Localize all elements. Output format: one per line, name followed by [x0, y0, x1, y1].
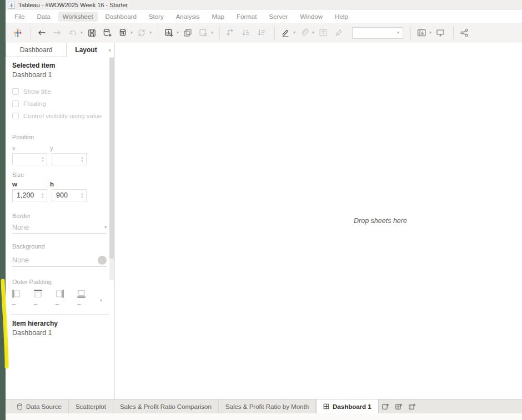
chevron-down-icon[interactable]: ▾ [81, 31, 83, 35]
dashboard-canvas[interactable]: Drop sheets here [115, 43, 522, 399]
stepper-icons[interactable]: ▴▾ [39, 156, 47, 163]
fix-axes-button[interactable] [332, 26, 345, 40]
show-hide-cards-button[interactable] [415, 26, 428, 40]
padding-right-value[interactable]: – [56, 300, 77, 307]
menu-server[interactable]: Server [264, 12, 292, 22]
checkbox-icon[interactable] [12, 88, 19, 95]
redo-icon [52, 28, 62, 38]
outer-padding-heading: Outer Padding [12, 279, 107, 285]
size-w-label: w [12, 181, 34, 188]
checkbox-icon[interactable] [12, 113, 19, 119]
chevron-down-icon[interactable]: ▾ [104, 225, 107, 230]
padding-top-value[interactable]: – [34, 300, 56, 307]
position-y-field[interactable]: ▴▾ [52, 153, 87, 165]
title-bar: Tableau - #WOW2025 Week 16 - Starter [6, 0, 522, 10]
chevron-down-icon[interactable]: ▾ [397, 31, 399, 35]
size-w-input[interactable] [13, 191, 39, 199]
redo-button[interactable] [51, 26, 64, 40]
chevron-down-icon[interactable]: ▾ [177, 31, 179, 35]
menu-analysis[interactable]: Analysis [172, 12, 204, 22]
stepper-icons[interactable]: ▴▾ [78, 192, 86, 199]
background-select[interactable]: None [12, 254, 107, 267]
menu-data[interactable]: Data [33, 12, 55, 22]
sort-ascending-button[interactable] [239, 26, 253, 40]
tab-scatterplot[interactable]: Scatterplot [69, 399, 113, 413]
chevron-down-icon[interactable]: ▾ [312, 31, 314, 35]
collapse-pane-icon[interactable]: ‹ [106, 43, 114, 57]
border-select[interactable]: None ▾ [12, 222, 107, 234]
new-worksheet-tab-button[interactable] [379, 399, 392, 413]
new-dashboard-tab-button[interactable] [392, 399, 405, 413]
chevron-down-icon[interactable]: ▾ [100, 298, 102, 303]
tableau-logo-button[interactable] [11, 26, 24, 40]
padding-bottom-value[interactable]: – [77, 300, 99, 307]
clear-sheet-button[interactable] [197, 26, 210, 40]
tab-data-source[interactable]: Data Source [10, 399, 69, 413]
padding-right-control[interactable]: – [56, 290, 77, 307]
tab-sales-profit-ratio-comparison[interactable]: Sales & Profit Ratio Comparison [113, 399, 219, 413]
menu-worksheet[interactable]: Worksheet [58, 12, 98, 22]
floating-option[interactable]: Floating [12, 98, 107, 110]
padding-left-control[interactable]: – [12, 290, 34, 307]
window-title: Tableau - #WOW2025 Week 16 - Starter [18, 2, 128, 8]
padding-top-control[interactable]: – [34, 290, 56, 307]
replay-animation-button[interactable] [66, 26, 79, 40]
checkbox-label: Floating [23, 100, 46, 107]
scrollbar-thumb[interactable] [109, 58, 114, 259]
padding-bottom-control[interactable]: – [77, 290, 99, 307]
size-h-input[interactable] [52, 191, 78, 199]
chevron-down-icon[interactable]: ▾ [130, 31, 133, 35]
stepper-icons[interactable]: ▴▾ [39, 192, 47, 199]
new-story-tab-button[interactable] [405, 399, 419, 413]
sort-descending-button[interactable] [255, 26, 268, 40]
highlight-button[interactable] [279, 26, 292, 40]
replay-animation-icon [68, 28, 78, 38]
show-mark-labels-button[interactable] [317, 26, 330, 40]
item-hierarchy-row[interactable]: Dashboard 1 [12, 329, 107, 337]
tab-sales-profit-ratio-by-month[interactable]: Sales & Profit Ratio by Month [219, 399, 316, 413]
menu-file[interactable]: File [10, 12, 29, 22]
tab-dashboard-1[interactable]: Dashboard 1 [316, 399, 379, 413]
tab-dashboard[interactable]: Dashboard [6, 43, 67, 57]
size-heading: Size [12, 171, 107, 178]
menu-window[interactable]: Window [295, 12, 327, 22]
padding-left-icon [12, 290, 21, 298]
swap-rows-columns-button[interactable] [224, 26, 237, 40]
size-h-field[interactable]: ▴▾ [52, 189, 87, 201]
menu-story[interactable]: Story [144, 12, 168, 22]
menu-format[interactable]: Format [232, 12, 261, 22]
checkbox-label: Control visibility using value [23, 113, 102, 119]
position-y-input[interactable] [52, 155, 78, 163]
group-members-button[interactable] [298, 26, 311, 40]
undo-button[interactable] [35, 26, 48, 40]
chevron-down-icon[interactable]: ▾ [211, 31, 213, 35]
padding-left-value[interactable]: – [12, 300, 34, 307]
menu-dashboard[interactable]: Dashboard [101, 12, 141, 22]
chevron-down-icon[interactable]: ▾ [293, 31, 295, 35]
chevron-down-icon[interactable]: ▾ [429, 31, 431, 35]
new-worksheet-button[interactable] [162, 26, 175, 40]
new-data-source-button[interactable] [101, 26, 114, 40]
size-w-field[interactable]: ▴▾ [12, 189, 47, 201]
save-button[interactable] [85, 26, 98, 40]
position-x-input[interactable] [13, 155, 39, 163]
checkbox-icon[interactable] [12, 100, 19, 107]
background-color-swatch[interactable] [98, 256, 107, 265]
share-workbook-button[interactable] [458, 26, 471, 40]
menu-help[interactable]: Help [330, 12, 353, 22]
show-title-option[interactable]: Show title [12, 85, 107, 98]
layout-pane-body: Selected item Dashboard 1 Show title Flo… [6, 57, 114, 337]
toolbar-separator [31, 26, 31, 39]
stepper-icons[interactable]: ▴▾ [78, 156, 86, 163]
position-x-field[interactable]: ▴▾ [12, 153, 47, 165]
menu-map[interactable]: Map [208, 12, 229, 22]
fit-selector[interactable]: ▾ [352, 27, 403, 39]
pause-auto-updates-button[interactable] [116, 26, 129, 40]
run-auto-updates-button[interactable] [135, 26, 148, 40]
duplicate-sheet-button[interactable] [181, 26, 194, 40]
chevron-down-icon[interactable]: ▾ [149, 31, 152, 35]
tab-layout[interactable]: Layout [67, 43, 106, 57]
control-visibility-option[interactable]: Control visibility using value [12, 110, 107, 122]
sidebar-scrollbar[interactable] [109, 57, 114, 280]
presentation-mode-button[interactable] [434, 26, 447, 40]
